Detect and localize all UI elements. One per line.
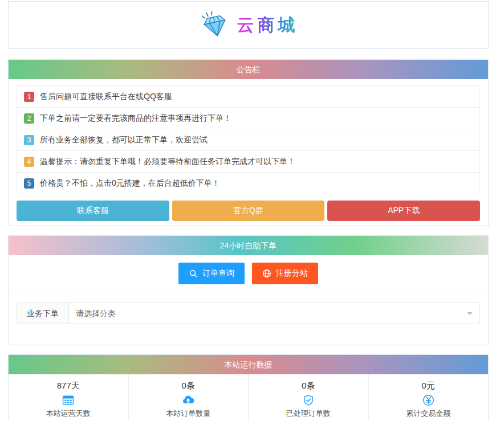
announcement-number-badge: 1 (24, 92, 34, 102)
site-header: 云商城 (8, 1, 489, 49)
stats-row: 877天本站运营天数0条本站订单数量0条已处理订单数0元累计交易金额 (9, 374, 488, 421)
announcement-text: 下单之前请一定要看完该商品的注意事项再进行下单！ (40, 113, 231, 124)
announcement-button-row: 联系客服官方Q群APP下载 (17, 201, 480, 221)
order-section-header: 24小时自助下单 (9, 236, 488, 255)
order-actions: 订单查询 注册分站 (9, 255, 488, 292)
diamond-logo-icon (198, 11, 230, 39)
announcement-number-badge: 2 (24, 113, 34, 124)
announcement-footer-button[interactable]: 官方Q群 (172, 201, 325, 221)
category-select[interactable]: 请选择分类 (69, 303, 480, 324)
shield-check-icon (249, 393, 368, 407)
announcement-item: 3所有业务全部恢复，都可以正常下单，欢迎尝试 (17, 129, 480, 151)
logo[interactable]: 云商城 (198, 11, 299, 39)
announcement-header: 公告栏 (9, 60, 488, 79)
announcement-section: 公告栏 1售后问题可直接联系平台在线QQ客服2下单之前请一定要看完该商品的注意事… (8, 59, 489, 226)
page: 云商城 公告栏 1售后问题可直接联系平台在线QQ客服2下单之前请一定要看完该商品… (0, 0, 497, 421)
cloud-upload-icon (129, 393, 249, 407)
business-order-label: 业务下单 (17, 303, 69, 324)
stat-column: 877天本站运营天数 (9, 374, 129, 421)
order-query-label: 订单查询 (202, 268, 234, 279)
stat-value: 877天 (9, 379, 128, 392)
stat-value: 0条 (249, 379, 368, 392)
stat-label: 本站订单数量 (129, 408, 249, 419)
stats-header: 本站运行数据 (9, 355, 488, 374)
announcement-number-badge: 5 (24, 178, 34, 189)
site-title: 云商城 (237, 14, 299, 37)
announcement-item: 1售后问题可直接联系平台在线QQ客服 (17, 85, 480, 108)
stat-column: 0元累计交易金额 (369, 374, 489, 421)
stat-label: 本站运营天数 (9, 408, 128, 419)
stat-column: 0条本站订单数量 (129, 374, 249, 421)
register-substation-button[interactable]: 注册分站 (252, 263, 318, 284)
announcement-text: 所有业务全部恢复，都可以正常下单，欢迎尝试 (40, 135, 208, 145)
stat-value: 0条 (129, 379, 249, 392)
chevron-down-icon (467, 312, 473, 318)
announcement-list: 1售后问题可直接联系平台在线QQ客服2下单之前请一定要看完该商品的注意事项再进行… (17, 85, 480, 194)
stat-label: 已处理订单数 (249, 408, 368, 419)
calendar-grid-icon (9, 393, 128, 407)
announcement-item: 2下单之前请一定要看完该商品的注意事项再进行下单！ (17, 107, 480, 129)
stat-value: 0元 (369, 379, 489, 392)
globe-icon (262, 269, 271, 278)
stats-section: 本站运行数据 877天本站运营天数0条本站订单数量0条已处理订单数0元累计交易金… (8, 354, 489, 421)
order-query-button[interactable]: 订单查询 (178, 263, 245, 284)
announcement-text: 温馨提示：请勿重复下单哦！必须要等待前面任务订单完成才可以下单！ (40, 157, 295, 167)
announcement-number-badge: 4 (24, 157, 34, 167)
search-icon (189, 269, 198, 278)
yen-circle-icon (369, 393, 489, 407)
announcement-item: 4温馨提示：请勿重复下单哦！必须要等待前面任务订单完成才可以下单！ (17, 150, 480, 173)
announcement-text: 售后问题可直接联系平台在线QQ客服 (40, 92, 172, 102)
order-section: 24小时自助下单 订单查询 注册分站 业务下单 请选择分类 (8, 235, 489, 345)
stat-label: 累计交易金额 (369, 408, 489, 419)
announcement-footer-button[interactable]: 联系客服 (17, 201, 169, 221)
announcement-item: 5价格贵？不怕，点击0元搭建，在后台超低价下单！ (17, 172, 480, 194)
business-order-form: 业务下单 请选择分类 (17, 303, 480, 324)
category-select-value: 请选择分类 (76, 309, 116, 318)
announcement-number-badge: 3 (24, 135, 34, 145)
stat-column: 0条已处理订单数 (249, 374, 369, 421)
announcement-text: 价格贵？不怕，点击0元搭建，在后台超低价下单！ (40, 178, 220, 189)
announcement-footer-button[interactable]: APP下载 (327, 201, 480, 221)
register-substation-label: 注册分站 (276, 268, 308, 279)
